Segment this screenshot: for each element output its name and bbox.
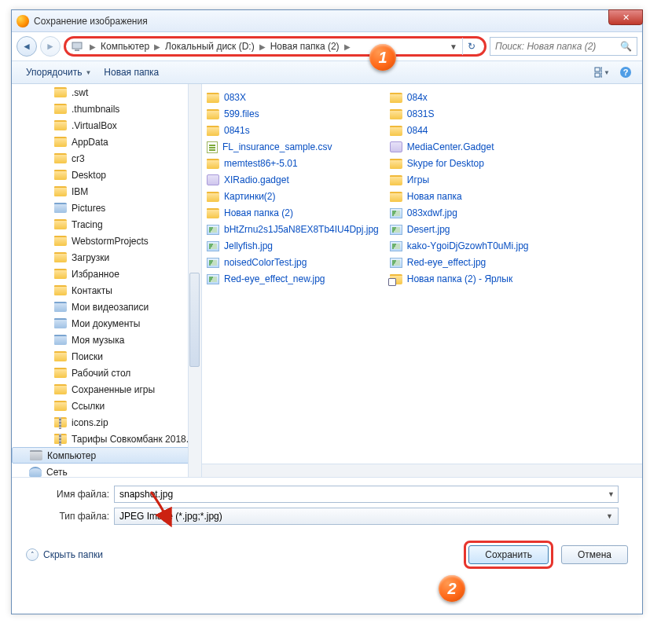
- folder-tree[interactable]: .swt.thumbnails.VirtualBoxAppDatacr3Desk…: [12, 84, 202, 477]
- tree-scrollbar[interactable]: [188, 84, 201, 477]
- scrollbar-thumb[interactable]: [189, 273, 200, 367]
- tree-item-label: Поиски: [72, 351, 103, 362]
- hide-folders-link[interactable]: ˄ Скрыть папки: [26, 548, 103, 561]
- tree-item[interactable]: IBM: [12, 183, 201, 200]
- tree-item[interactable]: Моя музыка: [12, 332, 201, 348]
- file-item-label: 0831S: [407, 108, 435, 119]
- new-folder-button[interactable]: Новая папка: [97, 64, 165, 80]
- tree-item[interactable]: icons.zip: [12, 414, 201, 431]
- chevron-right-icon: ▶: [341, 42, 354, 51]
- img-icon: [207, 258, 219, 268]
- tree-item-label: Desktop: [72, 170, 106, 181]
- tree-item[interactable]: Мои документы: [12, 315, 201, 332]
- search-box[interactable]: 🔍: [490, 37, 637, 56]
- tree-item[interactable]: Тарифы Совкомбанк 2018.zip: [12, 431, 201, 447]
- file-item-label: 0844: [407, 125, 428, 136]
- tree-item[interactable]: cr3: [12, 150, 201, 167]
- chevron-down-icon[interactable]: ▼: [606, 512, 613, 520]
- file-item[interactable]: Desert.jpg: [388, 222, 531, 236]
- breadcrumb-seg[interactable]: Новая папка (2): [269, 41, 341, 52]
- breadcrumb-seg[interactable]: Компьютер: [99, 41, 151, 52]
- tree-item[interactable]: Tracing: [12, 216, 201, 233]
- forward-button[interactable]: ►: [40, 36, 61, 57]
- search-icon[interactable]: 🔍: [620, 41, 632, 52]
- file-item-label: Skype for Desktop: [407, 158, 484, 169]
- view-options-button[interactable]: ▼: [593, 64, 611, 80]
- filetype-select[interactable]: JPEG Image (*.jpg;*.jpg) ▼: [114, 508, 619, 525]
- address-bar[interactable]: ▶ Компьютер ▶ Локальный диск (D:) ▶ Нова…: [64, 36, 487, 57]
- save-button[interactable]: Сохранить: [468, 545, 549, 564]
- lib-icon: [54, 302, 67, 312]
- tree-item[interactable]: Поиски: [12, 348, 201, 365]
- file-item[interactable]: Skype for Desktop: [388, 156, 531, 170]
- file-item[interactable]: memtest86+-5.01: [205, 156, 380, 170]
- img-icon: [390, 225, 402, 235]
- files-scrollbar[interactable]: [202, 464, 642, 477]
- file-item-label: bHtZrnu2s1J5aN8EX8Tb4IU4Dpj.jpg: [224, 224, 379, 235]
- file-item[interactable]: Red-eye_effect_new.jpg: [205, 272, 380, 286]
- file-item-label: kako-YgoiDjGzowhT0uMi.jpg: [407, 240, 529, 251]
- file-item[interactable]: kako-YgoiDjGzowhT0uMi.jpg: [388, 239, 531, 253]
- tree-item[interactable]: Избранное: [12, 266, 201, 282]
- tree-item[interactable]: AppData: [12, 134, 201, 150]
- file-item[interactable]: 599.files: [205, 107, 380, 121]
- file-item[interactable]: 083X: [205, 90, 380, 104]
- tree-item[interactable]: .thumbnails: [12, 101, 201, 117]
- svg-rect-1: [75, 50, 79, 51]
- file-item[interactable]: 0844: [388, 123, 531, 138]
- file-item[interactable]: FL_insurance_sample.csv: [205, 140, 380, 154]
- folder-icon: [54, 401, 67, 411]
- file-item[interactable]: Jellyfish.jpg: [205, 239, 380, 253]
- file-list[interactable]: 083X599.files0841sFL_insurance_sample.cs…: [202, 84, 642, 477]
- folder-icon: [390, 159, 402, 169]
- tree-item[interactable]: Загрузки: [12, 249, 201, 266]
- file-item[interactable]: 084x: [388, 90, 531, 104]
- help-button[interactable]: ?: [617, 64, 634, 80]
- file-item[interactable]: Картинки(2): [205, 189, 380, 204]
- search-input[interactable]: [495, 41, 620, 52]
- computer-icon: [71, 40, 83, 53]
- file-item[interactable]: 0831S: [388, 107, 531, 121]
- tree-item[interactable]: Desktop: [12, 167, 201, 183]
- filename-input[interactable]: snapshot.jpg ▼: [114, 486, 619, 503]
- file-item[interactable]: bHtZrnu2s1J5aN8EX8Tb4IU4Dpj.jpg: [205, 222, 380, 236]
- tree-item[interactable]: Сеть: [12, 464, 201, 477]
- file-item[interactable]: 0841s: [205, 123, 380, 138]
- tree-item-label: cr3: [72, 153, 85, 164]
- tree-item[interactable]: .swt: [12, 84, 201, 101]
- folder-icon: [54, 87, 67, 97]
- svg-rect-4: [595, 73, 600, 77]
- chevron-up-icon: ˄: [26, 548, 39, 561]
- tree-item[interactable]: .VirtualBox: [12, 117, 201, 134]
- file-item[interactable]: Новая папка (2): [205, 206, 380, 220]
- close-button[interactable]: ✕: [608, 9, 643, 25]
- file-item[interactable]: 083xdwf.jpg: [388, 206, 531, 220]
- folder-icon: [390, 175, 402, 185]
- organize-menu[interactable]: Упорядочить ▼: [20, 64, 97, 80]
- file-item[interactable]: Новая папка (2) - Ярлык: [388, 272, 531, 286]
- file-item[interactable]: noisedColorTest.jpg: [205, 255, 380, 270]
- chevron-down-icon[interactable]: ▼: [608, 490, 615, 498]
- file-item[interactable]: Новая папка: [388, 189, 531, 204]
- file-item[interactable]: Red-eye_effect.jpg: [388, 255, 531, 270]
- tree-item-label: Рабочий стол: [72, 368, 130, 379]
- folder-icon: [390, 109, 402, 119]
- tree-item[interactable]: Pictures: [12, 200, 201, 216]
- folder-icon: [54, 219, 67, 229]
- address-dropdown-icon[interactable]: ▼: [450, 42, 457, 51]
- cancel-button[interactable]: Отмена: [561, 545, 628, 564]
- refresh-button[interactable]: ↻: [462, 38, 479, 55]
- tree-item[interactable]: Компьютер: [12, 447, 201, 464]
- tree-item[interactable]: Ссылки: [12, 398, 201, 414]
- file-item[interactable]: Игры: [388, 173, 531, 187]
- tree-item[interactable]: Сохраненные игры: [12, 381, 201, 398]
- tree-item[interactable]: WebstormProjects: [12, 233, 201, 249]
- file-item[interactable]: XIRadio.gadget: [205, 173, 380, 187]
- tree-item[interactable]: Контакты: [12, 282, 201, 299]
- back-button[interactable]: ◄: [17, 36, 37, 57]
- file-item[interactable]: MediaCenter.Gadget: [388, 140, 531, 154]
- breadcrumb-seg[interactable]: Локальный диск (D:): [163, 41, 256, 52]
- tree-item[interactable]: Мои видеозаписи: [12, 299, 201, 315]
- tree-item[interactable]: Рабочий стол: [12, 365, 201, 381]
- svg-rect-3: [601, 68, 602, 72]
